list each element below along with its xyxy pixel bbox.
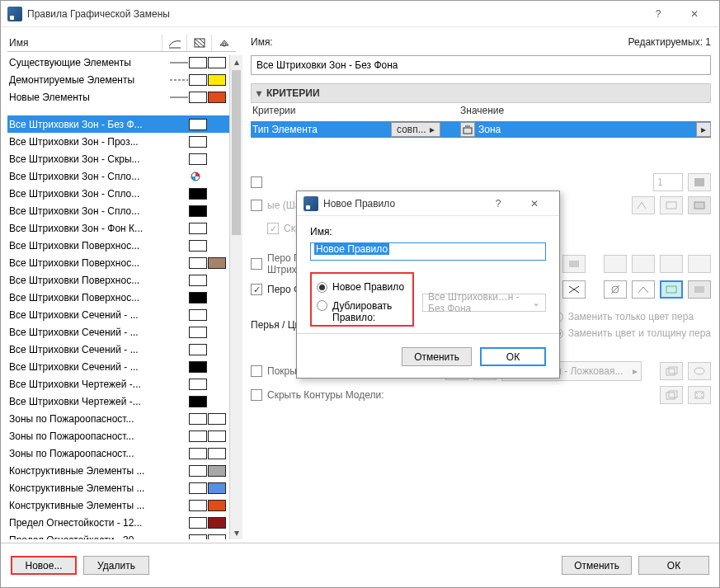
model-opt-a[interactable]	[660, 386, 683, 404]
list-item[interactable]: Все Штриховки Зон - Без Ф...	[7, 115, 236, 133]
list-item[interactable]: Все Штриховки Зон - Спло...	[7, 202, 236, 219]
value-type-icon[interactable]	[460, 122, 475, 137]
list-item[interactable]: Все Штриховки Зон - Фон К...	[7, 219, 236, 237]
fg-pen-color[interactable]	[562, 255, 586, 273]
cancel-button[interactable]: Отменить	[562, 556, 632, 575]
surface-combo[interactable]: Кирпич - Ложковая... ▸	[501, 361, 642, 381]
list-item[interactable]: Конструктивные Элементы ...	[7, 496, 236, 514]
bg-opt-c[interactable]	[660, 280, 683, 299]
list-scrollbar[interactable]: ▴ ▾	[229, 55, 242, 539]
list-item[interactable]: Существующие Элементы	[7, 54, 236, 71]
rules-list-pane: Имя Существующие ЭлементыДемонтируемые Э…	[1, 27, 242, 539]
list-header: Имя	[7, 34, 236, 52]
step-label: ые (Шаг 1.5)	[267, 200, 324, 211]
list-item[interactable]: Все Штриховки Сечений - ...	[7, 323, 236, 341]
col-name[interactable]: Имя	[7, 37, 156, 49]
fg-opt-c[interactable]	[660, 255, 683, 273]
criteria-row[interactable]: Тип Элемента совп...▸ Зона ▸	[251, 121, 711, 138]
fg-opt-a[interactable]	[604, 255, 627, 273]
list-item[interactable]: Все Штриховки Поверхнос...	[7, 289, 236, 306]
pen-radio-color-thick[interactable]	[553, 328, 563, 339]
chevron-right-icon: ▸	[633, 365, 638, 377]
bg-pen-check[interactable]	[251, 284, 262, 295]
criteria-op-dropdown[interactable]: совп...▸	[391, 122, 440, 137]
line-weight-input[interactable]	[653, 173, 683, 191]
pen-preview-1[interactable]	[688, 173, 711, 191]
list-item[interactable]: Конструктивные Элементы ...	[7, 479, 236, 496]
svg-rect-6	[464, 128, 472, 134]
col-surface-icon[interactable]	[211, 35, 236, 51]
surf-opt-a[interactable]	[660, 362, 683, 380]
rule-name-input[interactable]	[251, 55, 711, 75]
criteria-name: Тип Элемента	[251, 124, 391, 135]
rules-list[interactable]: Существующие ЭлементыДемонтируемые Элеме…	[7, 54, 236, 539]
criteria-columns: Критерии Значение	[251, 105, 711, 121]
list-item[interactable]: Все Штриховки Чертежей -...	[7, 393, 236, 410]
ok-button[interactable]: ОК	[638, 556, 709, 575]
svg-point-18	[481, 367, 489, 375]
window-title: Правила Графической Замены	[27, 8, 640, 20]
close-button[interactable]: ✕	[676, 2, 713, 26]
bg-hatch-btn[interactable]	[500, 280, 523, 299]
fill-btn-b[interactable]	[660, 196, 683, 214]
list-item[interactable]: Зоны по Пожароопасност...	[7, 445, 236, 462]
surface-check[interactable]	[251, 365, 262, 377]
bg-opt-a[interactable]	[604, 280, 627, 299]
fg-pen-hatch-icon[interactable]	[500, 255, 523, 273]
name-label: Имя:	[251, 36, 628, 48]
bg-opt-d[interactable]	[688, 280, 711, 299]
list-item[interactable]: Предел Огнестойкости - 30...	[7, 531, 236, 539]
unknown-check-2[interactable]	[251, 200, 262, 211]
fg-pen-check[interactable]	[251, 258, 262, 270]
list-item[interactable]: Все Штриховки Зон - Скры...	[7, 150, 236, 167]
surface-color-icon[interactable]	[473, 362, 496, 380]
list-item[interactable]: Демонтируемые Элементы	[7, 71, 236, 88]
list-item[interactable]: Предел Огнестойкости - 12...	[7, 514, 236, 531]
fg-opt-b[interactable]	[632, 255, 655, 273]
list-item[interactable]: Зоны по Пожароопасност...	[7, 410, 236, 427]
hide-model-check[interactable]	[251, 389, 262, 401]
scroll-thumb[interactable]	[232, 70, 241, 235]
fg-opt-d[interactable]	[688, 255, 711, 273]
surf-opt-b[interactable]	[688, 362, 711, 380]
bg-pen-swatch[interactable]	[562, 280, 586, 299]
surface-label: Покрытие:	[267, 365, 315, 377]
list-item[interactable]: Все Штриховки Сечений - ...	[7, 341, 236, 358]
bg-opt-b[interactable]	[632, 280, 655, 299]
list-item[interactable]: Все Штриховки Поверхнос...	[7, 237, 236, 254]
list-item[interactable]: Все Штриховки Зон - Спло...	[7, 185, 236, 202]
delete-rule-button[interactable]: Удалить	[83, 556, 149, 575]
col-fill-icon[interactable]	[186, 35, 211, 51]
bg-pen-color-icon[interactable]	[450, 280, 473, 299]
list-item[interactable]: Все Штриховки Сечений - ...	[7, 358, 236, 375]
new-rule-button[interactable]: Новое...	[11, 556, 77, 575]
criteria-more-button[interactable]: ▸	[696, 122, 711, 137]
unknown-check-1[interactable]	[251, 176, 262, 188]
hide-layer-sep-check[interactable]	[267, 223, 279, 234]
col-line-icon[interactable]	[162, 35, 186, 51]
list-item[interactable]: Конструктивные Элементы ...	[7, 462, 236, 479]
list-item[interactable]: Новые Элементы	[7, 88, 236, 106]
fg-pen-num[interactable]	[528, 255, 558, 273]
bg-pen-num[interactable]	[528, 280, 558, 299]
fill-btn-a[interactable]	[632, 196, 655, 214]
bg-pen-pen-icon[interactable]	[422, 280, 445, 299]
criteria-section-header[interactable]: ▾ КРИТЕРИИ	[251, 83, 711, 103]
scroll-up-icon[interactable]: ▴	[230, 55, 242, 68]
pens-colors-label: Перья / Цвета:	[251, 319, 318, 331]
pen-radio-color-only[interactable]	[553, 312, 563, 322]
fill-btn-c[interactable]	[688, 196, 711, 214]
surface-paint-icon[interactable]	[445, 362, 468, 380]
chevron-right-icon: ▸	[430, 124, 435, 135]
scroll-down-icon[interactable]: ▾	[230, 526, 242, 539]
hide-layer-sep-label: Скрыть Разделители Слоев	[284, 223, 412, 234]
model-opt-b[interactable]	[688, 386, 711, 404]
list-item[interactable]: Все Штриховки Поверхнос...	[7, 271, 236, 289]
list-item[interactable]: Все Штриховки Поверхнос...	[7, 254, 236, 271]
list-item[interactable]: Все Штриховки Сечений - ...	[7, 306, 236, 323]
help-button[interactable]: ?	[640, 2, 676, 26]
list-item[interactable]: Зоны по Пожароопасност...	[7, 427, 236, 445]
list-item[interactable]: Все Штриховки Чертежей -...	[7, 375, 236, 393]
list-item[interactable]: Все Штриховки Зон - Спло...	[7, 167, 236, 185]
list-item[interactable]: Все Штриховки Зон - Проз...	[7, 133, 236, 150]
